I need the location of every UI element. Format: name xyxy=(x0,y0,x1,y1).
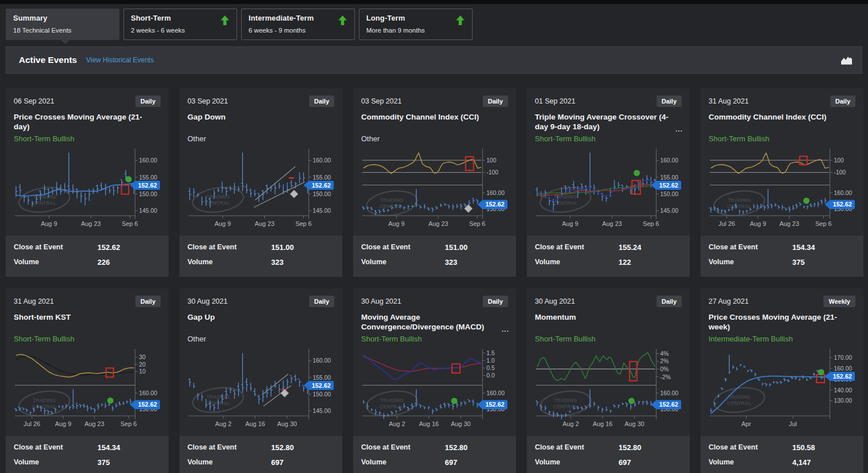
technical-event-card[interactable]: 31 Aug 2021 Daily Short-term KST Short-T… xyxy=(6,288,169,473)
close-at-event-label: Close at Event xyxy=(709,443,792,452)
event-date: 30 Aug 2021 xyxy=(187,296,227,305)
svg-text:Aug 9: Aug 9 xyxy=(215,220,231,227)
svg-text:TRADING: TRADING xyxy=(380,197,403,203)
top-strip xyxy=(0,0,868,4)
svg-text:152.62: 152.62 xyxy=(311,182,330,189)
event-title: Commodity Channel Index (CCI) xyxy=(361,112,508,134)
close-at-event-value: 152.80 xyxy=(271,443,294,452)
svg-text:150.00: 150.00 xyxy=(313,191,331,197)
svg-text:Aug 9: Aug 9 xyxy=(750,220,766,227)
tab-title: Short-Term xyxy=(131,14,230,22)
technical-event-card[interactable]: 01 Sep 2021 Daily Triple Moving Average … xyxy=(527,88,690,277)
card-footer: Close at Event 155.24 Volume 122 xyxy=(527,236,690,277)
svg-text:152.62: 152.62 xyxy=(659,401,678,408)
svg-text:160.00: 160.00 xyxy=(660,390,678,396)
svg-text:Aug 9: Aug 9 xyxy=(562,220,579,227)
trend-label: Short-Term Bullish xyxy=(535,335,682,344)
svg-text:TRADING: TRADING xyxy=(33,398,56,403)
close-at-event-value: 152.62 xyxy=(97,243,120,252)
svg-text:Apr: Apr xyxy=(741,420,751,427)
close-at-event-value: 155.24 xyxy=(618,243,641,252)
close-at-event-label: Close at Event xyxy=(187,243,271,252)
tab-summary[interactable]: Summary 18 Technical Events xyxy=(6,9,119,40)
term-tabs: Summary 18 Technical Events Short-Term 2… xyxy=(0,4,868,46)
close-at-event-value: 154.34 xyxy=(97,443,120,452)
technical-event-card[interactable]: 30 Aug 2021 Daily Gap Up Other TRADINGCE… xyxy=(179,288,342,473)
more-indicator[interactable]: ... xyxy=(675,125,683,134)
technical-event-card[interactable]: 31 Aug 2021 Daily Commodity Channel Inde… xyxy=(701,88,863,277)
svg-text:Aug 2: Aug 2 xyxy=(563,420,579,427)
technical-event-card[interactable]: 03 Sep 2021 Daily Commodity Channel Inde… xyxy=(353,88,516,277)
more-indicator[interactable]: ... xyxy=(502,325,509,335)
svg-text:Aug 23: Aug 23 xyxy=(81,220,101,227)
svg-text:Aug 23: Aug 23 xyxy=(429,220,449,227)
svg-text:-100: -100 xyxy=(486,169,498,176)
svg-text:170.00: 170.00 xyxy=(834,355,852,361)
svg-text:160.00: 160.00 xyxy=(834,365,852,372)
technical-event-card[interactable]: 30 Aug 2021 Daily Moving Average Converg… xyxy=(353,288,516,473)
svg-text:4%: 4% xyxy=(660,351,669,357)
event-date: 30 Aug 2021 xyxy=(361,296,401,305)
close-at-event-label: Close at Event xyxy=(14,443,97,452)
volume-label: Volume xyxy=(187,258,271,267)
svg-text:0.5: 0.5 xyxy=(486,365,495,371)
svg-text:Sep 6: Sep 6 xyxy=(295,220,312,227)
svg-text:Sep 6: Sep 6 xyxy=(121,420,137,427)
view-historical-events-link[interactable]: View Historical Events xyxy=(86,56,154,64)
svg-text:160.00: 160.00 xyxy=(313,158,331,164)
tab-title: Long-Term xyxy=(366,14,465,22)
event-chart: TRADINGCENTRALAug 9Aug 23Sep 6160.00155.… xyxy=(187,146,334,232)
technical-event-card[interactable]: 27 Aug 2021 Weekly Price Crosses Moving … xyxy=(701,288,863,473)
volume-label: Volume xyxy=(14,458,97,467)
svg-text:Aug 30: Aug 30 xyxy=(277,420,297,427)
svg-text:155.00: 155.00 xyxy=(313,375,331,381)
volume-value: 697 xyxy=(271,458,283,467)
svg-text:TRADING: TRADING xyxy=(380,398,403,403)
event-cards-grid: 06 Sep 2021 Daily Price Crosses Moving A… xyxy=(6,88,862,473)
svg-text:152.62: 152.62 xyxy=(138,182,157,189)
technical-event-card[interactable]: 06 Sep 2021 Daily Price Crosses Moving A… xyxy=(6,88,169,277)
volume-label: Volume xyxy=(361,458,445,467)
period-badge: Weekly xyxy=(823,296,855,307)
close-at-event-label: Close at Event xyxy=(535,443,618,452)
svg-text:100: 100 xyxy=(486,157,497,164)
svg-text:CENTRAL: CENTRAL xyxy=(32,200,57,206)
event-chart: TRADINGCENTRALJul 26Aug 9Aug 23Sep 6100-… xyxy=(709,146,855,232)
close-at-event-label: Close at Event xyxy=(14,243,97,252)
event-title: Moving Average Convergence/Divergence (M… xyxy=(361,312,508,334)
period-badge: Daily xyxy=(135,296,161,307)
svg-text:TRADING: TRADING xyxy=(727,197,751,203)
volume-value: 375 xyxy=(97,458,110,467)
svg-text:Sep 6: Sep 6 xyxy=(815,220,832,227)
tab-long-term[interactable]: Long-Term More than 9 months xyxy=(359,9,473,40)
volume-label: Volume xyxy=(535,458,618,467)
volume-value: 226 xyxy=(97,258,110,267)
svg-text:1.5: 1.5 xyxy=(486,350,495,356)
technical-event-card[interactable]: 30 Aug 2021 Daily Momentum Short-Term Bu… xyxy=(527,288,690,473)
event-date: 31 Aug 2021 xyxy=(709,96,749,105)
svg-text:Aug 23: Aug 23 xyxy=(255,220,275,227)
technical-event-card[interactable]: 03 Sep 2021 Daily Gap Down Other TRADING… xyxy=(179,88,342,277)
tab-short-term[interactable]: Short-Term 2 weeks - 6 weeks xyxy=(123,9,237,40)
svg-text:Aug 9: Aug 9 xyxy=(55,420,71,427)
svg-text:TRADING: TRADING xyxy=(727,394,751,400)
card-footer: Close at Event 151.00 Volume 323 xyxy=(353,236,516,277)
area-chart-icon[interactable] xyxy=(841,55,853,65)
svg-text:155.00: 155.00 xyxy=(660,174,678,181)
event-chart: TRADINGCENTRALAug 2Aug 16Aug 301.51.00.5… xyxy=(361,347,508,432)
svg-text:10: 10 xyxy=(139,368,146,375)
volume-value: 697 xyxy=(618,458,631,467)
tab-title: Intermediate-Term xyxy=(249,14,347,22)
tab-title: Summary xyxy=(13,14,112,22)
volume-label: Volume xyxy=(709,458,792,467)
trend-label: Short-Term Bullish xyxy=(14,335,161,344)
tab-intermediate-term[interactable]: Intermediate-Term 6 weeks - 9 months xyxy=(241,9,355,40)
event-title: Short-term KST xyxy=(14,312,161,334)
svg-text:Aug 30: Aug 30 xyxy=(451,420,471,427)
svg-text:Aug 9: Aug 9 xyxy=(41,220,58,227)
event-chart: TRADINGCENTRALAprJul170.00160.00150.0014… xyxy=(709,347,855,432)
tab-subtitle: 18 Technical Events xyxy=(13,27,112,34)
volume-label: Volume xyxy=(535,258,618,267)
svg-text:TRADING: TRADING xyxy=(554,398,577,403)
close-at-event-value: 152.80 xyxy=(445,443,467,452)
